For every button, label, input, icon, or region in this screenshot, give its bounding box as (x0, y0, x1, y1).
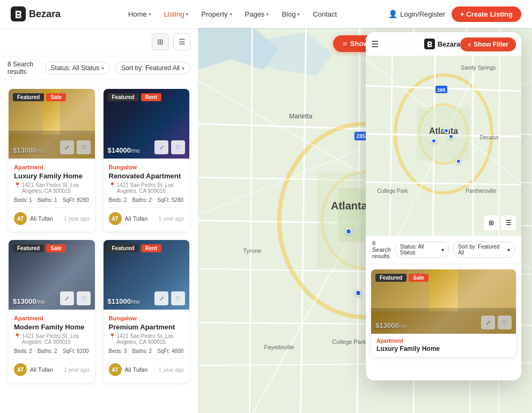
card-title: Premium Apartment (109, 323, 184, 331)
sqft-stat: SqFt: 5280 (157, 197, 183, 203)
create-listing-button[interactable]: + Create Listing (452, 6, 521, 22)
left-panel: ⊞ ☰ 8 Search results Status: All Status … (0, 28, 198, 413)
avatar: AT (14, 363, 27, 376)
card-badges: Featured Sale (13, 244, 66, 252)
status-filter-dropdown[interactable]: Status: All Status ▾ (45, 62, 110, 74)
heart-icon[interactable]: ♡ (498, 316, 512, 329)
mobile-show-filter-button[interactable]: ≡ Show Filter (460, 37, 516, 51)
baths-stat: Baths: 2 (132, 197, 152, 203)
mobile-status-filter[interactable]: Status: All Status ▾ (395, 242, 449, 258)
badge-featured: Featured (108, 244, 139, 252)
baths-stat: Baths: 2 (38, 348, 57, 354)
list-view-button[interactable]: ☰ (173, 33, 190, 50)
beds-stat: Beds: 2 (109, 197, 127, 203)
card-price: $13000/mo (13, 297, 45, 305)
listing-card[interactable]: Featured Sale $13000/mo ⤢ ♡ Apartment Mo… (9, 240, 95, 382)
badge-sale: Sale (46, 244, 66, 252)
heart-icon[interactable]: ♡ (77, 140, 91, 154)
nav-blog[interactable]: Blog ▾ (276, 7, 305, 21)
mobile-card-type: Apartment (376, 338, 511, 344)
map-pin[interactable] (431, 138, 437, 144)
card-title: Modern Family Home (14, 323, 90, 331)
sqft-stat: SqFt: 4800 (157, 348, 183, 354)
login-register-button[interactable]: 👤 Login/Register (388, 10, 445, 18)
beds-stat: Beds: 2 (14, 348, 32, 354)
beds-stat: Beds: 1 (14, 197, 32, 203)
sort-dropdown[interactable]: Sort by: Featured All ▾ (115, 62, 190, 74)
navbar: Bezara Home ▾ Listing ▾ Property ▾ Pages… (0, 0, 532, 28)
brand-logo[interactable]: Bezara (11, 6, 61, 21)
mobile-map-svg: Atlanta Sandy Springs Decatur Panthersvi… (366, 32, 521, 236)
svg-text:Sandy Springs: Sandy Springs (461, 65, 496, 71)
map-pin[interactable] (345, 228, 352, 235)
card-image: Featured Rent $14000/mo ⤢ ♡ (104, 89, 190, 159)
mobile-grid-view-button[interactable]: ⊞ (484, 215, 499, 230)
listings-grid: Featured Sale $13000/mo ⤢ ♡ Apartment Lu… (0, 80, 198, 391)
resize-icon[interactable]: ⤢ (154, 291, 168, 305)
mobile-search-count: 8 Search results (372, 240, 391, 259)
mobile-brand-name: Bezara (438, 40, 461, 48)
nav-home[interactable]: Home ▾ (123, 7, 157, 21)
search-count: 8 Search results (8, 61, 40, 76)
grid-view-button[interactable]: ⊞ (152, 33, 169, 50)
resize-icon[interactable]: ⤢ (154, 140, 168, 154)
mobile-list-view-button[interactable]: ☰ (501, 215, 516, 230)
avatar: AT (109, 212, 122, 225)
card-address: 📍 1421 San Pedro St, Los Angeles, CA 900… (14, 333, 90, 345)
mobile-hamburger-button[interactable]: ☰ (371, 39, 379, 49)
chevron-down-icon: ▾ (182, 65, 184, 71)
card-image: Featured Sale $13000/mo ⤢ ♡ (9, 240, 95, 310)
listing-card[interactable]: Featured Rent $14000/mo ⤢ ♡ Bungalow Ren… (104, 89, 190, 231)
badge-rent: Rent (141, 93, 161, 101)
card-price: $14000/mo (108, 146, 140, 154)
mobile-listing-card[interactable]: Featured Sale $13000/mo ⤢ ♡ Apartment Lu… (371, 269, 516, 357)
listing-card[interactable]: Featured Rent $11000/mo ⤢ ♡ Bungalow Pre… (104, 240, 190, 382)
map-pin[interactable] (444, 128, 449, 133)
pin-icon: 📍 (14, 182, 20, 188)
pin-icon: 📍 (109, 333, 115, 339)
map-pin[interactable] (456, 159, 461, 164)
svg-text:285: 285 (357, 133, 366, 139)
card-type: Apartment (14, 164, 90, 170)
card-image: Featured Sale $13000/mo ⤢ ♡ (9, 89, 95, 159)
card-actions: ⤢ ♡ (60, 291, 91, 305)
pin-icon: 📍 (109, 182, 115, 188)
svg-text:Tyrone: Tyrone (243, 247, 261, 254)
card-type: Apartment (14, 315, 90, 321)
card-type: Bungalow (109, 315, 184, 321)
heart-icon[interactable]: ♡ (77, 291, 91, 305)
avatar: AT (109, 363, 122, 376)
card-address: 📍 1421 San Pedro St, Los Angeles, CA 900… (14, 182, 90, 194)
nav-property[interactable]: Property ▾ (196, 7, 237, 21)
card-title: Renovated Apartment (109, 172, 184, 180)
resize-icon[interactable]: ⤢ (60, 291, 74, 305)
card-badges: Featured Rent (108, 93, 161, 101)
heart-icon[interactable]: ♡ (171, 140, 185, 154)
mobile-card-image: Featured Sale $13000/mo ⤢ ♡ (371, 269, 516, 334)
listing-time: 1 year ago (64, 367, 89, 373)
card-body: Apartment Modern Family Home 📍 1421 San … (9, 310, 95, 382)
card-badges: Featured Sale (13, 93, 66, 101)
card-price: $11000/mo (108, 297, 140, 305)
resize-icon[interactable]: ⤢ (481, 316, 495, 329)
mobile-card-title: Luxury Family Home (376, 345, 511, 352)
filter-icon: ≡ (468, 41, 471, 48)
badge-rent: Rent (141, 244, 161, 252)
nav-listing[interactable]: Listing ▾ (159, 7, 194, 21)
nav-pages[interactable]: Pages ▾ (240, 7, 275, 21)
agent-name: Ali Tufan (125, 366, 156, 373)
agent-name: Ali Tufan (125, 215, 156, 222)
card-stats: Beds: 2 Baths: 2 SqFt: 6200 (14, 348, 90, 354)
nav-links: Home ▾ Listing ▾ Property ▾ Pages ▾ Blog… (77, 7, 388, 21)
logo-icon (11, 6, 26, 21)
map-pin[interactable] (448, 134, 454, 139)
listing-card[interactable]: Featured Sale $13000/mo ⤢ ♡ Apartment Lu… (9, 89, 95, 231)
heart-icon[interactable]: ♡ (171, 291, 185, 305)
beds-stat: Beds: 3 (109, 348, 127, 354)
chevron-down-icon: ▾ (441, 247, 444, 253)
badge-sale: Sale (46, 93, 66, 101)
mobile-sort-dropdown[interactable]: Sort by: Featured All ▾ (453, 242, 515, 258)
card-stats: Beds: 2 Baths: 2 SqFt: 5280 (109, 197, 184, 203)
resize-icon[interactable]: ⤢ (60, 140, 74, 154)
nav-contact[interactable]: Contact (307, 7, 342, 21)
